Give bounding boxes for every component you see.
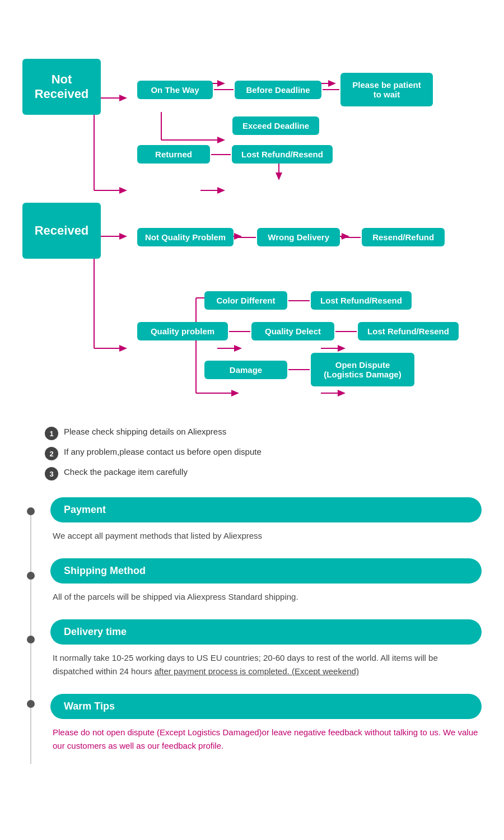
timeline-line-1	[30, 515, 31, 572]
resend-refund-box: Resend/Refund	[362, 228, 445, 246]
tip-item-1: 1 Please check shipping details on Aliex…	[45, 427, 487, 440]
on-the-way-box: On The Way	[137, 81, 213, 99]
timeline-line-2	[30, 580, 31, 636]
tip-text-3: Check the package item carefully	[64, 467, 188, 477]
flowchart-not-received-section: Not Received On The Way Before Deadline …	[11, 34, 493, 169]
tips-section: 1 Please check shipping details on Aliex…	[45, 427, 487, 480]
tip-item-2: 2 If any problem,please contact us befor…	[45, 447, 487, 460]
tip-text-2: If any problem,please contact us before …	[64, 447, 262, 456]
shipping-body: All of the parcels will be shipped via A…	[50, 590, 482, 604]
warm-tips-header: Warm Tips	[50, 694, 482, 719]
delivery-body-underline: after payment process is completed. (Exc…	[155, 666, 359, 676]
before-deadline-box: Before Deadline	[235, 81, 321, 99]
timeline-dot-2	[27, 572, 35, 580]
delivery-header: Delivery time	[50, 619, 482, 645]
tip-number-1: 1	[45, 427, 58, 440]
info-sections: Payment We accept all payment methods th…	[22, 497, 482, 764]
please-be-patient-box: Please be patient to wait	[340, 73, 433, 106]
not-received-box: Not Received	[22, 59, 101, 115]
received-box: Received	[22, 203, 101, 259]
shipping-section: Shipping Method All of the parcels will …	[50, 558, 482, 604]
tip-number-3: 3	[45, 467, 58, 480]
timeline-line-3	[30, 643, 31, 700]
timeline-dot-1	[27, 507, 35, 515]
warm-tips-section: Warm Tips Please do not open dispute (Ex…	[50, 694, 482, 753]
flowchart-received-section: Received Not Quality Problem Wrong Deliv…	[11, 180, 493, 416]
lost-refund-resend-2-box: Lost Refund/Resend	[311, 291, 412, 310]
not-quality-problem-box: Not Quality Problem	[137, 228, 234, 246]
open-dispute-box: Open Dispute (Logistics Damage)	[311, 353, 414, 386]
wrong-delivery-box: Wrong Delivery	[257, 228, 340, 246]
delivery-body: It normally take 10-25 working days to U…	[50, 651, 482, 678]
tip-item-3: 3 Check the package item carefully	[45, 467, 487, 480]
lost-refund-resend-3-box: Lost Refund/Resend	[358, 322, 459, 340]
timeline-dot-4	[27, 700, 35, 708]
svg-marker-12	[276, 172, 282, 180]
color-different-box: Color Different	[204, 291, 287, 310]
payment-body: We accept all payment methods that liste…	[50, 529, 482, 543]
warm-tips-body: Please do not open dispute (Except Logis…	[50, 726, 482, 753]
payment-header: Payment	[50, 497, 482, 522]
info-content: Payment We accept all payment methods th…	[39, 497, 482, 764]
timeline	[22, 497, 39, 764]
returned-box: Returned	[137, 145, 210, 164]
tip-number-2: 2	[45, 447, 58, 460]
lost-refund-resend-1-box: Lost Refund/Resend	[232, 145, 333, 164]
payment-section: Payment We accept all payment methods th…	[50, 497, 482, 543]
timeline-line-4	[30, 708, 31, 764]
quality-defect-box: Quality Delect	[251, 322, 334, 340]
shipping-header: Shipping Method	[50, 558, 482, 584]
delivery-section: Delivery time It normally take 10-25 wor…	[50, 619, 482, 678]
quality-problem-box: Quality problem	[137, 322, 228, 340]
tip-text-1: Please check shipping details on Aliexpr…	[64, 427, 226, 436]
timeline-dot-3	[27, 636, 35, 643]
damage-box: Damage	[204, 361, 287, 379]
exceed-deadline-box: Exceed Deadline	[232, 116, 319, 135]
